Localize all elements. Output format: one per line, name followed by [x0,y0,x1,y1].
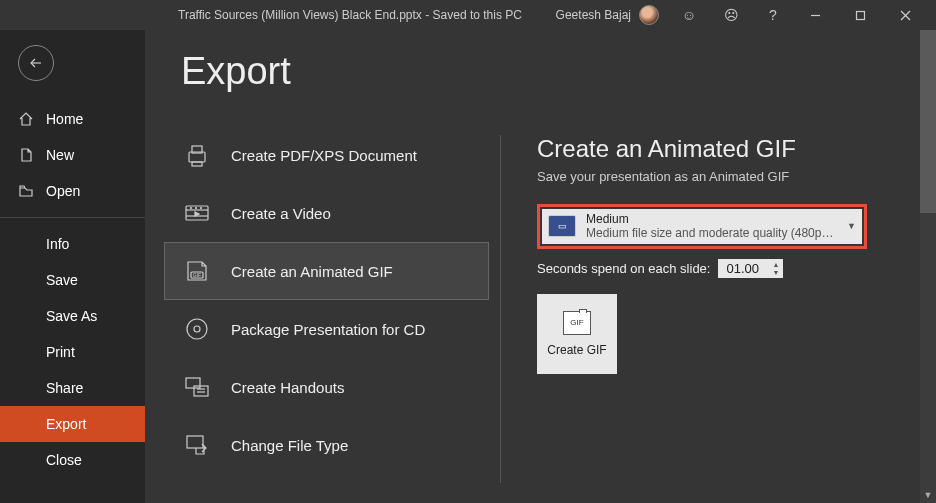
document-title: Traffic Sources (Million Views) Black En… [178,8,522,22]
sidebar: Home New Open Info Save Save As Print Sh… [0,30,145,503]
quality-desc: Medium file size and moderate quality (4… [586,226,836,240]
feedback-smile-icon[interactable]: ☺ [669,1,709,29]
sidebar-item-close[interactable]: Close [0,442,145,478]
sidebar-item-save[interactable]: Save [0,262,145,298]
create-gif-button[interactable]: GIF Create GIF [537,294,617,374]
seconds-label: Seconds spend on each slide: [537,261,710,276]
cd-icon [181,315,213,343]
sidebar-label: Save As [46,308,97,324]
scrollbar-down-button[interactable]: ▼ [920,487,936,503]
export-option-filetype[interactable]: Change File Type [165,417,488,473]
sidebar-label: Share [46,380,83,396]
export-label: Package Presentation for CD [231,321,425,338]
video-icon [181,199,213,227]
svg-rect-7 [192,162,202,166]
export-option-video[interactable]: Create a Video [165,185,488,241]
export-option-pdf[interactable]: Create PDF/XPS Document [165,127,488,183]
sidebar-label: Export [46,416,86,432]
close-button[interactable] [883,1,928,29]
sidebar-item-home[interactable]: Home [0,101,145,137]
sidebar-label: Save [46,272,78,288]
feedback-frown-icon[interactable]: ☹ [711,1,751,29]
export-option-handouts[interactable]: Create Handouts [165,359,488,415]
quality-label: Medium [586,212,837,226]
scrollbar[interactable] [920,30,936,487]
sidebar-item-open[interactable]: Open [0,173,145,209]
export-label: Create an Animated GIF [231,263,393,280]
sidebar-label: Close [46,452,82,468]
seconds-value: 01.00 [726,261,759,276]
create-gif-label: Create GIF [547,343,606,357]
sidebar-label: Home [46,111,83,127]
sidebar-label: New [46,147,74,163]
quality-highlight: ▭ Medium Medium file size and moderate q… [537,204,867,249]
sidebar-label: Print [46,344,75,360]
home-icon [18,111,34,127]
gif-file-icon: GIF [563,311,591,335]
svg-point-11 [191,208,192,209]
pdf-icon [181,141,213,169]
svg-marker-14 [195,212,199,216]
panel-subtitle: Save your presentation as an Animated GI… [537,169,916,184]
spinner-icon[interactable]: ▲▼ [773,261,780,276]
export-option-package[interactable]: Package Presentation for CD [165,301,488,357]
sidebar-label: Open [46,183,80,199]
panel-title: Create an Animated GIF [537,135,916,163]
sidebar-item-saveas[interactable]: Save As [0,298,145,334]
chevron-down-icon: ▼ [847,221,856,231]
export-label: Create a Video [231,205,331,222]
maximize-button[interactable] [838,1,883,29]
handouts-icon [181,373,213,401]
open-icon [18,183,34,199]
export-label: Change File Type [231,437,348,454]
filetype-icon [181,431,213,459]
svg-rect-1 [857,11,865,19]
quality-icon: ▭ [548,215,576,237]
export-label: Create PDF/XPS Document [231,147,417,164]
svg-rect-23 [187,436,203,448]
export-label: Create Handouts [231,379,344,396]
sidebar-item-new[interactable]: New [0,137,145,173]
svg-point-13 [201,208,202,209]
back-button[interactable] [18,45,54,81]
sidebar-item-export[interactable]: Export [0,406,145,442]
sidebar-item-info[interactable]: Info [0,226,145,262]
scrollbar-thumb[interactable] [920,30,936,213]
svg-point-12 [196,208,197,209]
user-avatar[interactable] [639,5,659,25]
export-option-gif[interactable]: GIF Create an Animated GIF [165,243,488,299]
sidebar-item-share[interactable]: Share [0,370,145,406]
sidebar-divider [0,217,145,218]
quality-dropdown[interactable]: ▭ Medium Medium file size and moderate q… [542,209,862,244]
minimize-button[interactable] [793,1,838,29]
user-name: Geetesh Bajaj [556,8,631,22]
sidebar-item-print[interactable]: Print [0,334,145,370]
new-icon [18,147,34,163]
help-icon[interactable]: ? [753,1,793,29]
gif-icon: GIF [181,257,213,285]
page-title: Export [181,50,291,93]
svg-point-18 [194,326,200,332]
sidebar-label: Info [46,236,69,252]
seconds-input[interactable]: 01.00 ▲▼ [718,259,783,278]
svg-text:GIF: GIF [193,272,201,278]
svg-point-17 [187,319,207,339]
